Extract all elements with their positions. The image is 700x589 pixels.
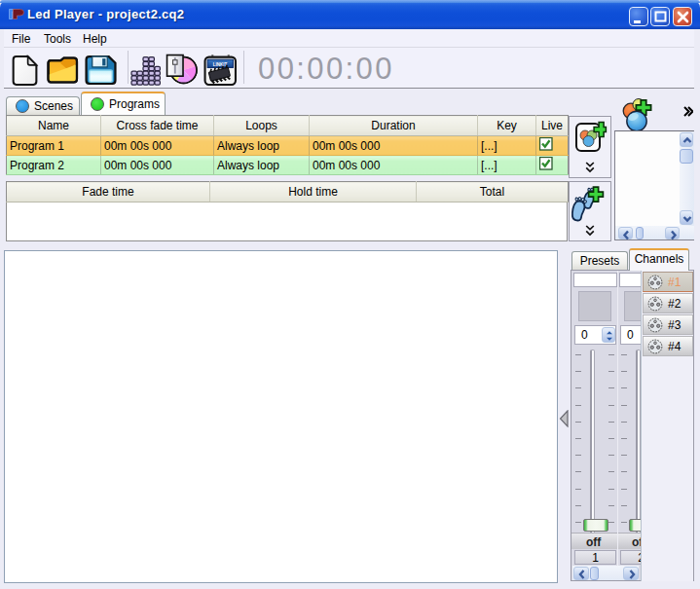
svg-text:LINKIT: LINKIT (213, 62, 228, 67)
